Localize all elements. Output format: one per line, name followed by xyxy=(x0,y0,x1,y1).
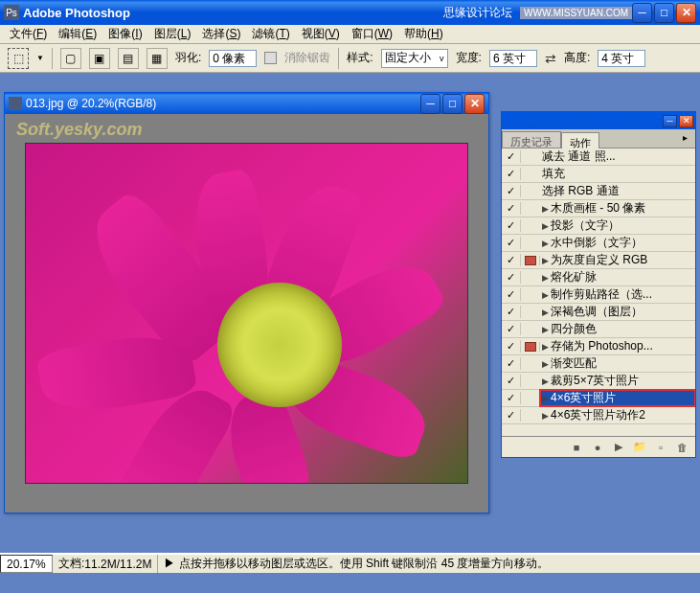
selection-new-icon[interactable]: ▢ xyxy=(60,48,81,69)
dropdown-icon[interactable]: ▼ xyxy=(36,54,44,62)
action-toggle-checkbox[interactable]: ✓ xyxy=(502,254,521,266)
action-row[interactable]: ✓▶制作剪贴路径（选... xyxy=(502,286,695,304)
action-label[interactable]: ▶存储为 Photoshop... xyxy=(540,338,695,354)
action-toggle-checkbox[interactable]: ✓ xyxy=(502,357,521,370)
panel-close-button[interactable]: ✕ xyxy=(679,115,693,127)
expand-triangle-icon[interactable]: ▶ xyxy=(542,394,549,403)
feather-input[interactable]: 0 像素 xyxy=(209,50,257,67)
expand-triangle-icon[interactable]: ▶ xyxy=(542,221,549,231)
action-row[interactable]: ✓▶为灰度自定义 RGB xyxy=(502,252,695,269)
expand-triangle-icon[interactable]: ▶ xyxy=(542,308,549,317)
zoom-level[interactable]: 20.17% xyxy=(0,555,53,573)
selection-subtract-icon[interactable]: ▤ xyxy=(118,48,139,69)
height-input[interactable]: 4 英寸 xyxy=(598,50,645,67)
folder-icon[interactable]: 📁 xyxy=(632,441,647,454)
action-dialog-toggle[interactable] xyxy=(521,342,540,352)
action-toggle-checkbox[interactable]: ✓ xyxy=(502,392,521,404)
panel-menu-icon[interactable]: ▸ xyxy=(680,129,695,148)
selection-intersect-icon[interactable]: ▦ xyxy=(147,48,168,69)
action-row[interactable]: ✓▶4×6英寸照片 xyxy=(502,390,695,407)
document-title-bar[interactable]: 013.jpg @ 20.2%(RGB/8) ─ □ ✕ xyxy=(5,93,488,114)
action-row[interactable]: ✓▶投影（文字） xyxy=(502,217,695,235)
action-label[interactable]: ▶四分颜色 xyxy=(540,321,695,337)
action-label[interactable]: ▶木质画框 - 50 像素 xyxy=(540,200,695,217)
close-button[interactable]: ✕ xyxy=(676,3,696,23)
action-label[interactable]: ▶4×6英寸照片动作2 xyxy=(540,407,695,423)
action-toggle-checkbox[interactable]: ✓ xyxy=(502,237,521,249)
expand-triangle-icon[interactable]: ▶ xyxy=(542,342,549,352)
action-row[interactable]: ✓填充 xyxy=(502,166,695,183)
action-toggle-checkbox[interactable]: ✓ xyxy=(502,150,521,163)
action-row[interactable]: ✓▶深褐色调（图层） xyxy=(502,304,695,321)
marquee-tool-icon[interactable]: ⬚ xyxy=(8,48,29,69)
tab-actions[interactable]: 动作 xyxy=(561,132,599,148)
action-row[interactable]: ✓▶四分颜色 xyxy=(502,321,695,338)
action-label[interactable]: ▶4×6英寸照片 xyxy=(540,390,695,406)
menu-view[interactable]: 视图(V) xyxy=(296,24,346,44)
canvas-area[interactable] xyxy=(5,114,488,513)
action-label[interactable]: ▶水中倒影（文字） xyxy=(540,235,695,251)
menu-edit[interactable]: 编辑(E) xyxy=(53,24,102,44)
action-row[interactable]: ✓▶熔化矿脉 xyxy=(502,269,695,286)
swap-dimensions-icon[interactable]: ⇄ xyxy=(545,51,556,66)
trash-icon[interactable]: 🗑 xyxy=(674,441,689,454)
action-label[interactable]: ▶渐变匹配 xyxy=(540,355,695,372)
action-toggle-checkbox[interactable]: ✓ xyxy=(502,271,521,284)
play-icon[interactable]: ▶ xyxy=(611,441,626,454)
action-toggle-checkbox[interactable]: ✓ xyxy=(502,409,521,422)
action-toggle-checkbox[interactable]: ✓ xyxy=(502,219,521,232)
action-label[interactable]: ▶熔化矿脉 xyxy=(540,269,695,285)
expand-triangle-icon[interactable]: ▶ xyxy=(542,239,549,248)
action-toggle-checkbox[interactable]: ✓ xyxy=(502,323,521,335)
style-select[interactable]: 固定大小v xyxy=(381,49,448,68)
action-row[interactable]: ✓▶4×6英寸照片动作2 xyxy=(502,407,695,424)
action-row[interactable]: ✓▶水中倒影（文字） xyxy=(502,235,695,252)
action-row[interactable]: ✓▶渐变匹配 xyxy=(502,355,695,373)
expand-triangle-icon[interactable]: ▶ xyxy=(542,359,549,369)
docsize-cell[interactable]: 文档: 11.2M/11.2M xyxy=(53,555,158,573)
action-row[interactable]: ✓选择 RGB 通道 xyxy=(502,183,695,200)
action-dialog-toggle[interactable] xyxy=(521,256,540,265)
panel-title-bar[interactable]: ─ ✕ xyxy=(502,112,695,129)
expand-triangle-icon[interactable]: ▶ xyxy=(542,204,549,214)
action-toggle-checkbox[interactable]: ✓ xyxy=(502,306,521,318)
stop-icon[interactable]: ■ xyxy=(569,441,584,454)
expand-triangle-icon[interactable]: ▶ xyxy=(542,273,549,283)
menu-window[interactable]: 窗口(W) xyxy=(346,24,398,44)
expand-triangle-icon[interactable]: ▶ xyxy=(542,325,549,334)
action-toggle-checkbox[interactable]: ✓ xyxy=(502,202,521,215)
action-toggle-checkbox[interactable]: ✓ xyxy=(502,168,521,180)
action-row[interactable]: ✓减去 通道 照... xyxy=(502,148,695,166)
expand-triangle-icon[interactable]: ▶ xyxy=(542,411,549,421)
minimize-button[interactable]: ─ xyxy=(632,3,652,23)
menu-image[interactable]: 图像(I) xyxy=(102,24,147,44)
action-label[interactable]: ▶制作剪贴路径（选... xyxy=(540,286,695,303)
doc-close-button[interactable]: ✕ xyxy=(464,94,485,114)
action-row[interactable]: ✓▶裁剪5×7英寸照片 xyxy=(502,373,695,390)
action-row[interactable]: ✓▶木质画框 - 50 像素 xyxy=(502,200,695,217)
action-toggle-checkbox[interactable]: ✓ xyxy=(502,288,521,301)
menu-help[interactable]: 帮助(H) xyxy=(398,24,449,44)
record-icon[interactable]: ● xyxy=(590,441,605,454)
doc-maximize-button[interactable]: □ xyxy=(442,94,463,114)
expand-triangle-icon[interactable]: ▶ xyxy=(542,376,549,386)
new-icon[interactable]: ▫ xyxy=(653,441,668,454)
action-toggle-checkbox[interactable]: ✓ xyxy=(502,375,521,387)
doc-minimize-button[interactable]: ─ xyxy=(420,94,440,114)
action-label[interactable]: ▶裁剪5×7英寸照片 xyxy=(540,373,695,389)
panel-minimize-button[interactable]: ─ xyxy=(663,115,677,127)
action-toggle-checkbox[interactable]: ✓ xyxy=(502,340,521,353)
action-label[interactable]: ▶投影（文字） xyxy=(540,217,695,234)
action-label[interactable]: ▶深褐色调（图层） xyxy=(540,304,695,320)
menu-layer[interactable]: 图层(L) xyxy=(148,24,197,44)
menu-file[interactable]: 文件(F) xyxy=(4,24,53,44)
action-toggle-checkbox[interactable]: ✓ xyxy=(502,185,521,197)
action-label[interactable]: 减去 通道 照... xyxy=(540,148,695,165)
width-input[interactable]: 6 英寸 xyxy=(489,50,537,67)
tab-history[interactable]: 历史记录 xyxy=(502,131,561,148)
expand-triangle-icon[interactable]: ▶ xyxy=(542,256,549,265)
menu-filter[interactable]: 滤镜(T) xyxy=(246,24,295,44)
action-label[interactable]: ▶为灰度自定义 RGB xyxy=(540,252,695,268)
selection-add-icon[interactable]: ▣ xyxy=(89,48,110,69)
action-label[interactable]: 填充 xyxy=(540,166,695,182)
